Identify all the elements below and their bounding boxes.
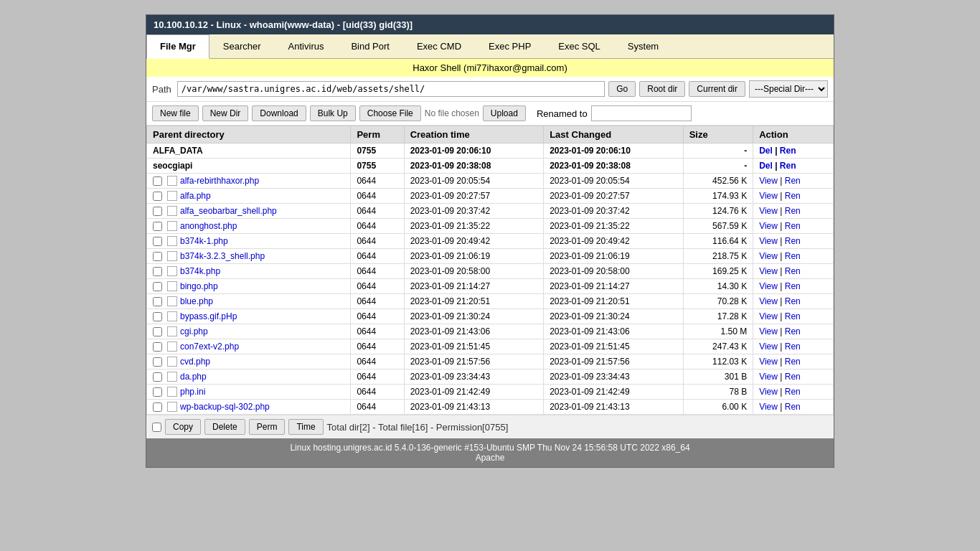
file-link[interactable]: alfa-rebirthhaxor.php: [180, 176, 259, 186]
view-link[interactable]: View: [759, 342, 778, 352]
file-checkbox[interactable]: [153, 297, 162, 306]
ren-link[interactable]: Ren: [785, 176, 801, 186]
view-link[interactable]: View: [759, 387, 778, 397]
file-checkbox[interactable]: [153, 252, 162, 261]
download-button[interactable]: Download: [252, 105, 306, 121]
ren-link[interactable]: Ren: [785, 311, 801, 321]
tab-antivirus[interactable]: Antivirus: [275, 34, 338, 58]
file-link[interactable]: cgi.php: [180, 326, 208, 336]
ren-link[interactable]: Ren: [780, 146, 796, 156]
file-actions[interactable]: View | Ren: [753, 309, 834, 324]
file-link[interactable]: b374k.php: [180, 266, 220, 276]
view-link[interactable]: View: [759, 402, 778, 412]
tab-exec-sql[interactable]: Exec SQL: [545, 34, 614, 58]
file-link[interactable]: con7ext-v2.php: [180, 342, 239, 352]
tab-system[interactable]: System: [614, 34, 672, 58]
file-actions[interactable]: View | Ren: [753, 279, 834, 294]
view-link[interactable]: View: [759, 176, 778, 186]
view-link[interactable]: View: [759, 221, 778, 231]
file-link[interactable]: bingo.php: [180, 281, 218, 291]
new-file-button[interactable]: New file: [152, 105, 199, 121]
dir-actions[interactable]: Del | Ren: [753, 143, 834, 159]
ren-link[interactable]: Ren: [785, 221, 801, 231]
tab-exec-php[interactable]: Exec PHP: [475, 34, 545, 58]
file-actions[interactable]: View | Ren: [753, 354, 834, 369]
view-link[interactable]: View: [759, 372, 778, 382]
ren-link[interactable]: Ren: [785, 281, 801, 291]
ren-link[interactable]: Ren: [785, 251, 801, 261]
view-link[interactable]: View: [759, 326, 778, 336]
file-link[interactable]: php.ini: [180, 387, 205, 397]
ren-link[interactable]: Ren: [785, 266, 801, 276]
file-checkbox[interactable]: [153, 312, 162, 321]
file-checkbox[interactable]: [153, 402, 162, 412]
ren-link[interactable]: Ren: [780, 161, 796, 171]
del-link[interactable]: Del: [759, 161, 773, 171]
file-link[interactable]: anonghost.php: [180, 221, 237, 231]
select-all-checkbox[interactable]: [152, 423, 161, 432]
tab-exec-cmd[interactable]: Exec CMD: [403, 34, 475, 58]
dir-actions[interactable]: Del | Ren: [753, 159, 834, 174]
file-checkbox[interactable]: [153, 327, 162, 336]
ren-link[interactable]: Ren: [785, 372, 801, 382]
file-actions[interactable]: View | Ren: [753, 174, 834, 189]
file-checkbox[interactable]: [153, 267, 162, 276]
file-actions[interactable]: View | Ren: [753, 264, 834, 279]
file-actions[interactable]: View | Ren: [753, 249, 834, 264]
view-link[interactable]: View: [759, 191, 778, 201]
file-actions[interactable]: View | Ren: [753, 324, 834, 339]
file-actions[interactable]: View | Ren: [753, 294, 834, 309]
file-actions[interactable]: View | Ren: [753, 339, 834, 354]
tab-searcher[interactable]: Searcher: [209, 34, 275, 58]
view-link[interactable]: View: [759, 251, 778, 261]
tab-file-mgr[interactable]: File Mgr: [146, 34, 209, 59]
file-link[interactable]: b374k-3.2.3_shell.php: [180, 251, 265, 261]
file-link[interactable]: cvd.php: [180, 357, 210, 367]
perm-button[interactable]: Perm: [249, 419, 286, 435]
file-actions[interactable]: View | Ren: [753, 204, 834, 219]
file-actions[interactable]: View | Ren: [753, 385, 834, 400]
file-link[interactable]: wp-backup-sql-302.php: [180, 402, 270, 412]
choose-file-button[interactable]: Choose File: [359, 105, 421, 121]
file-checkbox[interactable]: [153, 357, 162, 367]
file-link[interactable]: bypass.gif.pHp: [180, 311, 237, 321]
file-checkbox[interactable]: [153, 282, 162, 291]
delete-button[interactable]: Delete: [204, 419, 245, 435]
new-dir-button[interactable]: New Dir: [202, 105, 249, 121]
go-button[interactable]: Go: [608, 81, 636, 97]
file-checkbox[interactable]: [153, 237, 162, 246]
view-link[interactable]: View: [759, 266, 778, 276]
file-checkbox[interactable]: [153, 372, 162, 382]
ren-link[interactable]: Ren: [785, 236, 801, 246]
file-checkbox[interactable]: [153, 222, 162, 231]
file-checkbox[interactable]: [153, 342, 162, 352]
file-actions[interactable]: View | Ren: [753, 369, 834, 385]
view-link[interactable]: View: [759, 296, 778, 306]
file-checkbox[interactable]: [153, 192, 162, 201]
view-link[interactable]: View: [759, 357, 778, 367]
renamed-to-input[interactable]: [591, 105, 692, 121]
upload-button[interactable]: Upload: [483, 105, 526, 121]
file-link[interactable]: blue.php: [180, 296, 213, 306]
special-dir-select[interactable]: ---Special Dir---: [749, 80, 828, 98]
ren-link[interactable]: Ren: [785, 387, 801, 397]
root-dir-button[interactable]: Root dir: [639, 81, 685, 97]
bulk-up-button[interactable]: Bulk Up: [310, 105, 356, 121]
ren-link[interactable]: Ren: [785, 206, 801, 216]
file-link[interactable]: da.php: [180, 372, 207, 382]
file-actions[interactable]: View | Ren: [753, 234, 834, 249]
ren-link[interactable]: Ren: [785, 326, 801, 336]
file-actions[interactable]: View | Ren: [753, 400, 834, 415]
file-actions[interactable]: View | Ren: [753, 189, 834, 204]
current-dir-button[interactable]: Current dir: [689, 81, 745, 97]
file-checkbox[interactable]: [153, 176, 162, 186]
del-link[interactable]: Del: [759, 146, 773, 156]
view-link[interactable]: View: [759, 206, 778, 216]
view-link[interactable]: View: [759, 236, 778, 246]
ren-link[interactable]: Ren: [785, 296, 801, 306]
time-button[interactable]: Time: [288, 419, 323, 435]
ren-link[interactable]: Ren: [785, 342, 801, 352]
view-link[interactable]: View: [759, 311, 778, 321]
file-actions[interactable]: View | Ren: [753, 219, 834, 234]
view-link[interactable]: View: [759, 281, 778, 291]
